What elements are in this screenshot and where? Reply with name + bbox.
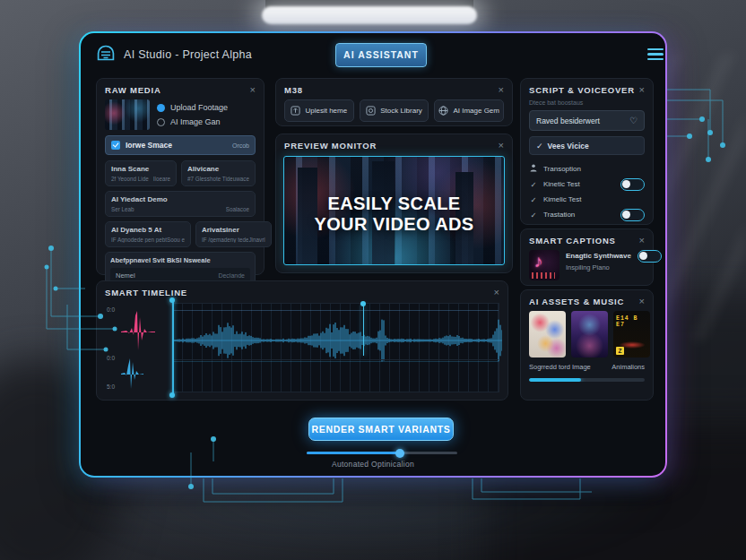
script-title: SCRIPT & VOICEOVER: [529, 85, 635, 95]
media-card-title: AI Yiedact Demo: [111, 195, 249, 203]
kinetic-text-toggle[interactable]: [620, 178, 645, 191]
stock-library-label: Stock Library: [380, 107, 422, 115]
dashboard-window: AI Studio - Project Alpha AI ASSISTANT R…: [79, 31, 667, 478]
checkbox-icon[interactable]: [111, 141, 120, 150]
media-card[interactable]: AI Dyaneb 5 At IF Agnodede pen pebtSoou …: [105, 221, 191, 247]
ai-image-gen-option[interactable]: AI Image Gan: [157, 117, 228, 126]
dashboard-surface: AI Studio - Project Alpha AI ASSISTANT R…: [81, 33, 665, 476]
timeline-grid[interactable]: [171, 303, 499, 392]
video-headline: EASILY SCALE YOUR VIDEO ADS: [284, 194, 504, 236]
option-label: Transoption: [543, 165, 645, 173]
asset-thumbnail-animation[interactable]: E14 B E7 Z: [613, 311, 650, 358]
media-note-title: Abefppnavel Svit BkSl Nsweale: [110, 256, 250, 264]
page-title: AI Studio - Project Alpha: [124, 48, 252, 61]
music-track-thumbnail[interactable]: ♪: [529, 250, 560, 280]
media-card[interactable]: Arivatsiner IF /gemadeny tedeJinavrl: [195, 221, 272, 247]
media-card-title: Alivicane: [187, 165, 249, 173]
raw-media-panel: RAW MEDIA × Upload Footage AI Image Gan: [96, 78, 265, 275]
close-icon[interactable]: ×: [499, 141, 504, 151]
ai-image-gen-button[interactable]: AI Image Gem: [434, 99, 504, 122]
voice-select-button[interactable]: ✓ Vees Vicice: [529, 136, 645, 155]
heart-icon[interactable]: ♡: [629, 116, 638, 125]
stock-library-button[interactable]: Stock Library: [360, 99, 429, 122]
script-input-value: Raved besiderwert: [536, 116, 600, 125]
media-card-meta: Soou e: [167, 237, 185, 243]
person-icon: [529, 164, 538, 174]
check-icon: ✓: [536, 142, 543, 151]
asset-thumb-text: E14 B E7: [616, 315, 650, 328]
track-subtitle: Inspiling Piano: [566, 263, 631, 271]
asset-thumb-badge: Z: [616, 347, 624, 355]
close-icon[interactable]: ×: [250, 85, 256, 95]
translation-toggle[interactable]: [620, 209, 645, 221]
optimization-slider[interactable]: [307, 452, 457, 454]
translation-option[interactable]: ✓ Trastation: [529, 207, 645, 222]
option-label: Kinetic Test: [543, 180, 615, 188]
globe-icon: [438, 106, 448, 116]
script-voiceover-panel: SCRIPT & VOICEOVER × Dtece bat boostaus …: [520, 78, 654, 225]
stock-library-icon: [366, 106, 376, 116]
upload-icon: [291, 106, 300, 116]
media-card[interactable]: Inna Scane 2f Yeoond LideIloeare: [105, 160, 177, 186]
asset-label-right: Animalions: [612, 363, 645, 371]
marker-dot: [169, 297, 175, 303]
media-card-title: AI Dyaneb 5 At: [111, 226, 185, 234]
media-toolbar-panel: M38 × Uplesit heme: [275, 78, 513, 126]
close-icon[interactable]: ×: [494, 288, 499, 297]
track-title: Enagtic Synthwave: [566, 252, 631, 260]
selected-media-label: Iorwe Smace: [126, 141, 227, 150]
ai-image-gen-label: AI Image Gem: [453, 107, 499, 115]
kinetic-text-option[interactable]: ✓ Kinetic Test: [529, 177, 645, 192]
slider-knob[interactable]: [395, 449, 404, 458]
media-card-sub: IF /gemadeny tede: [202, 237, 249, 243]
video-preview[interactable]: EASILY SCALE YOUR VIDEO ADS: [283, 156, 505, 265]
ai-assistant-button[interactable]: AI ASSISTANT: [335, 43, 427, 67]
slider-fill: [307, 452, 400, 454]
media-card-meta: Iloeare: [153, 176, 170, 182]
media-card-meta: Jinavrl: [248, 237, 265, 243]
option-label: Trastation: [543, 211, 615, 219]
timecode-label: 0:0: [107, 355, 115, 361]
track-separator-glow: [172, 361, 499, 362]
close-icon[interactable]: ×: [639, 85, 645, 95]
script-input[interactable]: Raved besiderwert ♡: [529, 110, 645, 131]
media-card-sub: 2f Yeoond Lide: [111, 176, 149, 182]
kimelic-test-option[interactable]: ✓ Kimelic Test: [529, 192, 645, 207]
assets-progress-fill: [529, 378, 581, 382]
asset-thumbnail-collage[interactable]: [529, 311, 566, 358]
timeline-track-labels: 0:0 0:0 5:0: [105, 303, 168, 392]
media-card-meta: uwace: [233, 176, 249, 182]
media-card[interactable]: Alivicane #7 Glesshote Tideuwace: [181, 160, 256, 186]
smart-captions-panel: SMART CAPTIONS × ♪ Enagtic Synthwave Ins…: [520, 228, 654, 286]
marker-dot: [169, 392, 175, 398]
close-icon[interactable]: ×: [639, 236, 645, 246]
selected-media-row[interactable]: Iorwe Smace Orcob: [105, 135, 256, 155]
mini-waveform-pink: [119, 308, 157, 353]
timeline-start-marker[interactable]: [172, 300, 174, 395]
asset-thumbnail-concert[interactable]: [571, 311, 608, 358]
render-smart-variants-button[interactable]: RENDER SMART VARIANTS: [308, 418, 454, 441]
close-icon[interactable]: ×: [499, 85, 504, 95]
media-card-title: Inna Scane: [111, 165, 170, 173]
playhead[interactable]: [363, 304, 365, 356]
media-note-meta: Declande: [218, 272, 245, 279]
upload-footage-option[interactable]: Upload Footage: [157, 103, 228, 112]
close-icon[interactable]: ×: [639, 297, 645, 306]
assets-progress-bar: [529, 378, 645, 382]
media-card-sub: IF Agnodede pen pebt: [111, 237, 167, 243]
captions-toggle[interactable]: [638, 250, 662, 263]
upload-dot-icon: [157, 104, 165, 112]
media-card[interactable]: AI Yiedact Demo Ser LeabSoalacoe: [105, 191, 256, 217]
music-sparkle-decor: [532, 272, 555, 279]
menu-icon[interactable]: [647, 48, 664, 60]
transcription-option[interactable]: Transoption: [529, 161, 645, 177]
voice-select-label: Vees Vicice: [548, 142, 589, 151]
selected-media-meta: Orcob: [232, 142, 249, 149]
upload-here-button[interactable]: Uplesit heme: [284, 99, 354, 122]
preview-monitor-panel: PREVIEW MONITOR × EASILY SCALE YOUR VIDE…: [275, 134, 513, 273]
option-label: Kimelic Test: [543, 195, 645, 203]
check-icon: ✓: [529, 180, 538, 189]
asset-label-left: Sogrredd tord Image: [529, 363, 591, 371]
footage-thumbnail[interactable]: [105, 99, 150, 130]
media-card-sub: #7 Glesshote Tide: [187, 176, 233, 182]
